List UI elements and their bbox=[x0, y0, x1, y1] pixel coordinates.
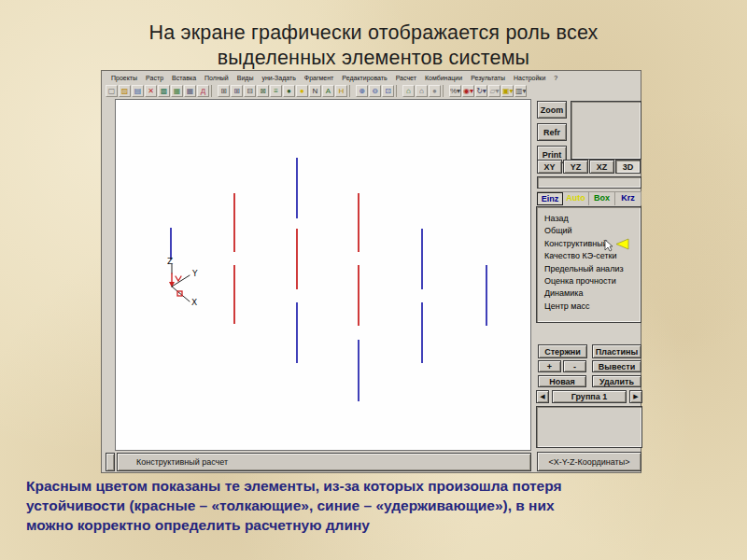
menu-item-1[interactable]: Проекты bbox=[111, 75, 137, 81]
rotate-view-icon[interactable]: ↻▾ bbox=[475, 85, 487, 97]
view-preview-box bbox=[571, 101, 641, 160]
status-bar: Конструктивный расчет bbox=[117, 453, 531, 471]
grid-cross-icon[interactable]: ⊠ bbox=[257, 85, 269, 97]
slide-title-line2: выделенных элементов системы bbox=[0, 46, 747, 71]
stability-mode-icon[interactable]: ◉▾ bbox=[462, 85, 474, 97]
toolbar-separator bbox=[443, 85, 447, 97]
menu-item-4[interactable]: Полный bbox=[204, 75, 229, 81]
mode-item-[interactable]: Центр масс bbox=[537, 301, 641, 313]
output-button[interactable]: Вывести bbox=[592, 360, 641, 372]
select-tab-box[interactable]: Box bbox=[589, 192, 615, 205]
mode-item-[interactable]: Общий bbox=[537, 225, 641, 237]
mode-item-[interactable]: Динамика bbox=[537, 287, 641, 300]
menu-item-13[interactable]: ? bbox=[554, 75, 557, 81]
toolbar: ▢▨▤✕▩▦▦Д⊞⊞⊟⊠≡●●NAH⊕⊖⊡⌂⌂●%▾◉▾↻▾▱▾▣▾▥▾ bbox=[106, 84, 527, 98]
result-modes-list: НазадОбщийКонструктивныйКачество КЭ-сетк… bbox=[536, 206, 641, 323]
building-front-icon[interactable]: ⌂ bbox=[402, 85, 415, 97]
mode-item-[interactable]: Назад bbox=[537, 213, 641, 225]
mode-item-[interactable]: Предельный анализ bbox=[537, 263, 641, 275]
model-view-svg: Z Y X bbox=[116, 100, 532, 452]
group-content-box bbox=[536, 406, 642, 448]
slide-caption-line3: можно корректно определить расчетную дли… bbox=[26, 515, 605, 535]
node-numbers-icon[interactable]: N bbox=[309, 85, 321, 97]
plates-button[interactable]: Пластины bbox=[592, 344, 641, 358]
mode-item-[interactable]: Качество КЭ-сетки bbox=[537, 250, 641, 262]
slide-caption-line1: Красным цветом показаны те элементы, из-… bbox=[26, 476, 605, 496]
building-iso-icon[interactable]: ⌂ bbox=[416, 85, 428, 97]
light-bulb-icon[interactable]: ● bbox=[296, 85, 308, 97]
selection-info-strip bbox=[537, 176, 641, 189]
lamp-dark-icon[interactable]: ● bbox=[283, 85, 295, 97]
toolbar-separator bbox=[349, 85, 354, 97]
slide-caption-line2: устойчивости (красные – «толкающие», син… bbox=[26, 496, 605, 515]
menu-item-5[interactable]: Виды bbox=[237, 75, 254, 81]
edit-mode-icon[interactable]: Д bbox=[197, 85, 209, 97]
coordinate-triad: Z Y X bbox=[167, 257, 198, 307]
slide-title-line1: На экране графически отображается роль в… bbox=[0, 21, 747, 46]
toolbar-separator bbox=[396, 85, 401, 97]
menu-item-9[interactable]: Расчет bbox=[396, 75, 416, 81]
xyz-coordinates-button[interactable]: <X-Y-Z-Координаты> bbox=[537, 452, 641, 471]
model-canvas[interactable]: Z Y X bbox=[115, 99, 531, 451]
menu-item-12[interactable]: Настройки bbox=[514, 75, 545, 81]
new-group-button[interactable]: Новая bbox=[538, 375, 586, 387]
menu-item-6[interactable]: уни-Задать bbox=[261, 75, 295, 81]
selection-mode-tabs: EinzAutoBoxKrz bbox=[537, 191, 641, 205]
save-icon[interactable]: ▤ bbox=[132, 85, 144, 97]
menu-item-8[interactable]: Редактировать bbox=[342, 75, 387, 81]
menu-item-3[interactable]: Вставка bbox=[172, 75, 196, 81]
highlight-arrow-icon bbox=[615, 238, 629, 250]
zoom-in-icon[interactable]: ⊕ bbox=[356, 85, 368, 97]
pan-view-icon[interactable]: ▱▾ bbox=[488, 85, 500, 97]
subtract-button[interactable]: - bbox=[563, 360, 586, 372]
grid-full-icon[interactable]: ⊞ bbox=[231, 85, 243, 97]
grid-quarter-icon[interactable]: ⊞ bbox=[218, 85, 230, 97]
zoom-window-icon[interactable]: ⊡ bbox=[382, 85, 394, 97]
add-button[interactable]: + bbox=[538, 360, 561, 372]
menu-item-10[interactable]: Комбинации bbox=[425, 75, 462, 81]
projection-yz-button[interactable]: YZ bbox=[563, 160, 588, 174]
close-delete-icon[interactable]: ✕ bbox=[145, 85, 157, 97]
member-lines bbox=[171, 158, 486, 401]
select-tab-krz[interactable]: Krz bbox=[615, 192, 641, 205]
axis-label-x: X bbox=[191, 298, 197, 307]
delete-group-button[interactable]: Удалить bbox=[592, 375, 641, 387]
new-document-icon[interactable]: ▢ bbox=[106, 85, 118, 97]
grid-outline-icon[interactable]: ⊟ bbox=[244, 85, 256, 97]
menu-item-11[interactable]: Результаты bbox=[471, 75, 505, 81]
menu-item-2[interactable]: Растр bbox=[146, 75, 163, 81]
mesh-toggle-icon[interactable]: ≡ bbox=[270, 85, 282, 97]
zoom-out-icon[interactable]: ⊖ bbox=[369, 85, 381, 97]
open-folder-icon[interactable]: ▨ bbox=[119, 85, 131, 97]
menu-bar: ПроектыРастрВставкаПолныйВидыуни-ЗадатьФ… bbox=[104, 72, 578, 84]
layers-icon[interactable]: ▣▾ bbox=[501, 85, 514, 97]
marker-h-icon[interactable]: H bbox=[335, 85, 347, 97]
rods-button[interactable]: Стержни bbox=[538, 344, 587, 358]
axis-label-y: Y bbox=[191, 269, 198, 278]
select-fragment-icon[interactable]: ▩ bbox=[158, 85, 170, 97]
mode-item-[interactable]: Оценка прочности bbox=[537, 275, 641, 287]
app-window: ПроектыРастрВставкаПолныйВидыуни-ЗадатьФ… bbox=[101, 70, 641, 473]
slide-title: На экране графически отображается роль в… bbox=[0, 21, 747, 71]
axis-label-z: Z bbox=[167, 257, 173, 266]
render-sphere-icon[interactable]: ● bbox=[429, 85, 441, 97]
next-group-button[interactable]: ▶ bbox=[629, 390, 642, 403]
print-view-icon[interactable]: ▥▾ bbox=[514, 85, 527, 97]
statusbar-grip bbox=[106, 453, 115, 471]
select-tab-einz[interactable]: Einz bbox=[537, 192, 563, 205]
image-view-b-icon[interactable]: ▦ bbox=[184, 85, 196, 97]
menu-item-7[interactable]: Фрагмент bbox=[304, 75, 333, 81]
element-numbers-icon[interactable]: A bbox=[322, 85, 334, 97]
group-selector[interactable]: Группа 1 bbox=[552, 390, 627, 403]
zoom-button[interactable]: Zoom bbox=[537, 101, 567, 119]
mouse-cursor-icon bbox=[604, 239, 613, 252]
projection-xz-button[interactable]: XZ bbox=[589, 160, 614, 174]
prev-group-button[interactable]: ◀ bbox=[536, 390, 549, 403]
refresh-button[interactable]: Refr bbox=[537, 123, 567, 141]
projection-3d-button[interactable]: 3D bbox=[615, 160, 641, 174]
scale-percent-icon[interactable]: %▾ bbox=[449, 85, 461, 97]
projection-xy-button[interactable]: XY bbox=[537, 160, 562, 174]
select-tab-auto[interactable]: Auto bbox=[563, 192, 589, 205]
image-view-a-icon[interactable]: ▦ bbox=[171, 85, 183, 97]
slide-caption: Красным цветом показаны те элементы, из-… bbox=[26, 476, 605, 535]
